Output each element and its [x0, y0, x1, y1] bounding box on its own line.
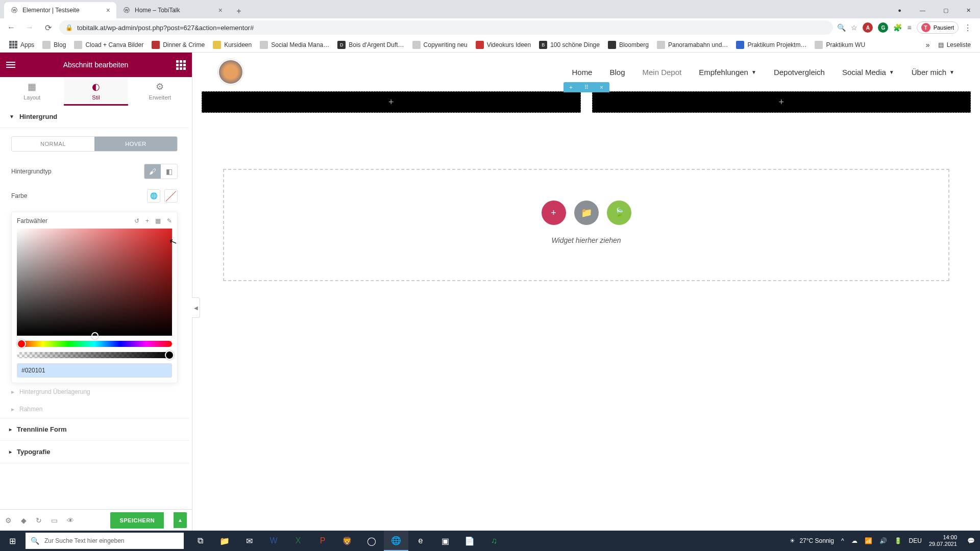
- add-section-button[interactable]: +: [542, 201, 566, 225]
- section-background[interactable]: ▼ Hintergrund: [0, 106, 189, 128]
- tab-advanced[interactable]: ⚙ Erweitert: [128, 77, 192, 106]
- nav-blog[interactable]: Blog: [609, 68, 625, 77]
- browser-tab[interactable]: ⓦ Home – TobiTalk ×: [116, 2, 229, 18]
- profile-badge[interactable]: T Pausiert: [917, 21, 959, 34]
- tab-layout[interactable]: ▦ Layout: [0, 77, 64, 106]
- zoom-icon[interactable]: 🔍: [837, 23, 846, 32]
- bookmark-item[interactable]: Cload + Canva Bilder: [71, 39, 146, 51]
- state-hover[interactable]: HOVER: [94, 137, 177, 151]
- widgets-grid-icon[interactable]: [176, 60, 186, 70]
- state-normal[interactable]: NORMAL: [12, 137, 94, 151]
- close-window-icon[interactable]: ✕: [957, 2, 980, 18]
- alpha-slider[interactable]: [17, 352, 172, 358]
- envato-templates-button[interactable]: 🍃: [607, 201, 631, 225]
- section-being-edited[interactable]: + ⠿ × + +: [202, 91, 971, 113]
- nav-compare[interactable]: Depotvergleich: [774, 68, 825, 77]
- bookmark-item[interactable]: Kursideen: [210, 39, 255, 51]
- close-icon[interactable]: ×: [106, 6, 110, 14]
- extension-icon[interactable]: G: [878, 22, 888, 33]
- add-icon[interactable]: +: [145, 217, 149, 224]
- section-typography[interactable]: ▸ Typografie: [0, 441, 189, 463]
- bookmark-item[interactable]: Praktikum WU: [812, 39, 868, 51]
- tray-overflow-icon[interactable]: ^: [841, 537, 844, 544]
- chrome-icon[interactable]: 🌐: [384, 531, 408, 551]
- obs-icon[interactable]: ◯: [359, 531, 384, 551]
- saturation-field[interactable]: [17, 229, 172, 336]
- add-section-zone[interactable]: + 📁 🍃 Widget hierher ziehen: [223, 169, 949, 281]
- bgtype-gradient-icon[interactable]: ◧: [161, 164, 177, 179]
- bookmark-star-icon[interactable]: ☆: [851, 23, 857, 32]
- brave-icon[interactable]: 🦁: [335, 531, 359, 551]
- start-button[interactable]: ⊞: [0, 531, 24, 551]
- delete-section-icon[interactable]: ×: [594, 82, 609, 92]
- reset-icon[interactable]: ↺: [134, 217, 139, 224]
- add-widget-icon[interactable]: +: [388, 97, 394, 108]
- global-color-icon[interactable]: 🌐: [147, 189, 160, 203]
- add-section-icon[interactable]: +: [564, 82, 579, 92]
- nav-home[interactable]: Home: [572, 68, 592, 77]
- bookmark-item[interactable]: DBois d'Argent Duft…: [334, 39, 407, 51]
- color-swatch[interactable]: [164, 189, 178, 203]
- wifi-icon[interactable]: 📶: [865, 537, 872, 544]
- minimize-icon[interactable]: —: [911, 2, 934, 18]
- column-left[interactable]: +: [202, 91, 581, 113]
- responsive-icon[interactable]: ▭: [51, 516, 58, 524]
- nav-depot[interactable]: Mein Depot: [643, 68, 682, 77]
- volume-icon[interactable]: 🔊: [879, 537, 887, 544]
- bookmark-item[interactable]: Copywriting neu: [409, 39, 471, 51]
- excel-icon[interactable]: X: [286, 531, 310, 551]
- extensions-icon[interactable]: 🧩: [893, 23, 902, 32]
- bookmark-item[interactable]: B100 schöne Dinge: [536, 39, 603, 51]
- reading-list-button[interactable]: ▤ Leseliste: [935, 39, 974, 51]
- task-view-icon[interactable]: ⧉: [188, 531, 212, 551]
- kebab-menu-icon[interactable]: ⋮: [964, 23, 972, 33]
- tab-style[interactable]: ◐ Stil: [64, 77, 128, 106]
- language-indicator[interactable]: DEU: [909, 537, 922, 544]
- hex-input[interactable]: [17, 363, 172, 378]
- navigator-icon[interactable]: ◆: [21, 516, 27, 524]
- powerpoint-icon[interactable]: P: [310, 531, 335, 551]
- app-icon[interactable]: ▣: [433, 531, 457, 551]
- onedrive-icon[interactable]: ☁: [851, 537, 857, 544]
- apps-button[interactable]: Apps: [6, 39, 37, 51]
- taskbar-search[interactable]: 🔍 Zur Suche Text hier eingeben: [26, 533, 184, 549]
- save-button[interactable]: SPEICHERN: [110, 512, 164, 529]
- add-widget-icon[interactable]: +: [778, 97, 784, 108]
- section-divider[interactable]: ▸ Trennlinie Form: [0, 418, 189, 441]
- bookmarks-overflow-icon[interactable]: »: [926, 41, 930, 49]
- browser-tab-active[interactable]: ⓦ Elementor | Testseite ×: [4, 2, 116, 18]
- collapse-panel-button[interactable]: ◀: [192, 297, 200, 318]
- new-tab-button[interactable]: +: [232, 4, 246, 18]
- nav-recommendations[interactable]: Empfehlungen▼: [699, 68, 756, 77]
- bgtype-classic-icon[interactable]: 🖌: [144, 164, 161, 179]
- account-dot-icon[interactable]: ●: [888, 2, 911, 18]
- history-icon[interactable]: ↻: [36, 516, 42, 524]
- close-icon[interactable]: ×: [218, 6, 223, 14]
- eyedropper-icon[interactable]: ✎: [167, 217, 172, 224]
- taskbar-clock[interactable]: 14:00 29.07.2021: [929, 534, 960, 547]
- bookmark-item[interactable]: Blog: [39, 39, 69, 51]
- alpha-handle[interactable]: [165, 350, 174, 360]
- nav-about[interactable]: Über mich▼: [912, 68, 954, 77]
- notifications-icon[interactable]: 💬: [967, 537, 975, 544]
- extension-icon[interactable]: A: [863, 22, 873, 33]
- bookmark-item[interactable]: Videokurs Ideen: [473, 39, 534, 51]
- palette-icon[interactable]: ▦: [155, 217, 161, 224]
- save-options-button[interactable]: ▲: [174, 512, 187, 528]
- column-right[interactable]: +: [592, 91, 971, 113]
- bookmark-item[interactable]: Bloomberg: [605, 39, 652, 51]
- maximize-icon[interactable]: ▢: [934, 2, 957, 18]
- reading-list-icon[interactable]: ≡: [907, 23, 911, 32]
- settings-icon[interactable]: ⚙: [5, 516, 12, 524]
- site-logo[interactable]: [218, 59, 243, 85]
- bookmark-item[interactable]: Dinner & Crime: [149, 39, 208, 51]
- word-icon[interactable]: W: [261, 531, 286, 551]
- reload-button[interactable]: ⟳: [41, 20, 55, 35]
- saturation-cursor[interactable]: [91, 332, 99, 339]
- url-input[interactable]: 🔒 tobitalk.at/wp-admin/post.php?post=627…: [59, 20, 833, 35]
- notepad-icon[interactable]: 📄: [457, 531, 482, 551]
- spotify-icon[interactable]: ♫: [482, 531, 506, 551]
- edit-section-icon[interactable]: ⠿: [579, 82, 594, 92]
- bookmark-item[interactable]: Praktikum Projektm…: [733, 39, 810, 51]
- bookmark-item[interactable]: Panoramabahn und…: [654, 39, 731, 51]
